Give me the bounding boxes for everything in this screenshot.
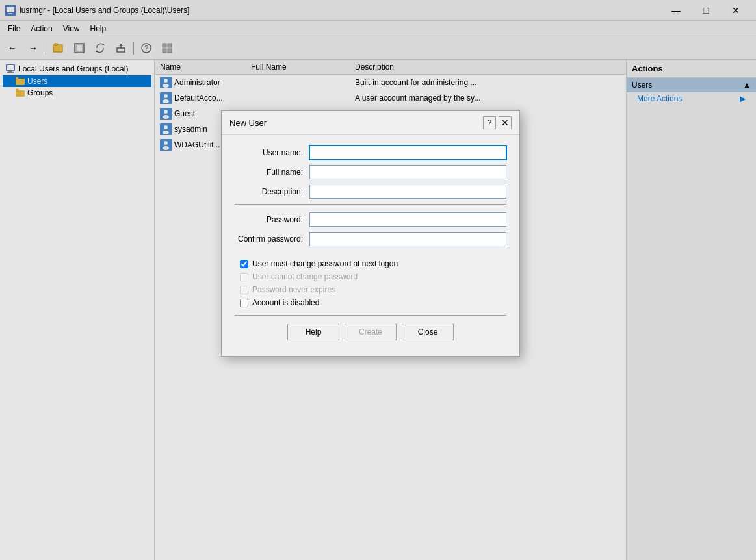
dialog-close-icon-button[interactable]: ✕	[499, 116, 512, 129]
help-button[interactable]: Help	[287, 324, 339, 340]
form-separator	[235, 204, 506, 205]
must-change-password-label[interactable]: User must change password at next logon	[252, 259, 398, 268]
username-row: User name:	[235, 146, 506, 160]
checkbox-row-1: User must change password at next logon	[235, 259, 506, 268]
dialog-overlay: New User ? ✕ User name: Full name: Descr…	[0, 0, 756, 560]
password-never-expires-checkbox[interactable]	[240, 286, 248, 294]
username-input[interactable]	[309, 146, 506, 160]
close-button[interactable]: Close	[402, 324, 454, 340]
dialog-titlebar: New User ? ✕	[222, 111, 519, 135]
new-user-dialog: New User ? ✕ User name: Full name: Descr…	[221, 110, 520, 357]
dialog-footer-separator	[235, 315, 506, 316]
checkbox-row-4: Account is disabled	[235, 298, 506, 307]
dialog-body: User name: Full name: Description: Passw…	[222, 135, 519, 356]
create-button[interactable]: Create	[345, 324, 397, 340]
fullname-row: Full name:	[235, 165, 506, 179]
description-label: Description:	[235, 187, 309, 196]
password-never-expires-label: Password never expires	[252, 285, 335, 294]
confirm-password-input[interactable]	[309, 232, 506, 246]
must-change-password-checkbox[interactable]	[240, 260, 248, 268]
checkbox-row-3: Password never expires	[235, 285, 506, 294]
dialog-title: New User	[229, 118, 267, 128]
account-disabled-checkbox[interactable]	[240, 299, 248, 307]
dialog-help-icon-button[interactable]: ?	[483, 116, 496, 129]
description-row: Description:	[235, 185, 506, 199]
password-input[interactable]	[309, 212, 506, 227]
fullname-input[interactable]	[309, 165, 506, 179]
checkbox-row-2: User cannot change password	[235, 272, 506, 281]
cannot-change-password-checkbox[interactable]	[240, 273, 248, 281]
username-label: User name:	[235, 148, 309, 157]
description-input[interactable]	[309, 185, 506, 199]
account-disabled-label[interactable]: Account is disabled	[252, 298, 319, 307]
spacer	[235, 251, 506, 259]
confirm-password-row: Confirm password:	[235, 232, 506, 246]
dialog-buttons: Help Create Close	[235, 324, 506, 346]
password-label: Password:	[235, 215, 309, 224]
confirm-password-label: Confirm password:	[235, 235, 309, 244]
cannot-change-password-label: User cannot change password	[252, 272, 358, 281]
fullname-label: Full name:	[235, 168, 309, 177]
password-row: Password:	[235, 212, 506, 227]
dialog-titlebar-buttons: ? ✕	[483, 116, 512, 129]
